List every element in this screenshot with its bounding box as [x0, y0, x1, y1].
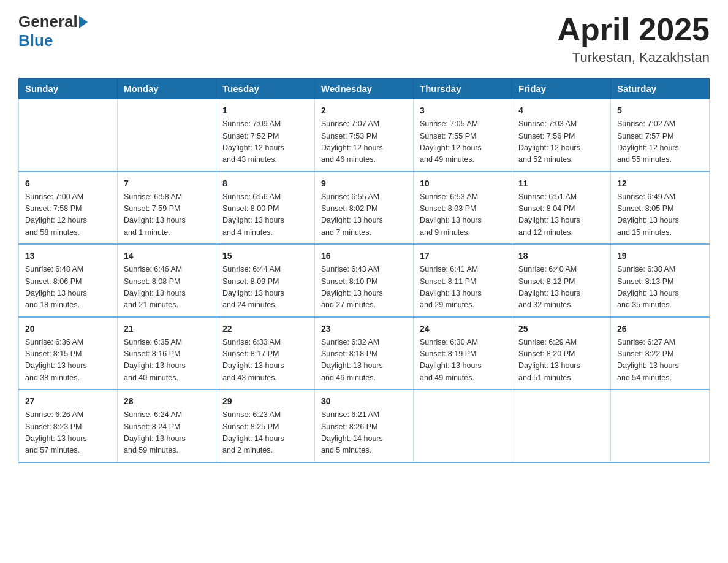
table-row [414, 389, 512, 462]
table-row [19, 99, 118, 172]
table-row: 21Sunrise: 6:35 AM Sunset: 8:16 PM Dayli… [118, 317, 216, 390]
day-info: Sunrise: 6:49 AM Sunset: 8:05 PM Dayligh… [617, 191, 703, 239]
table-row: 2Sunrise: 7:07 AM Sunset: 7:53 PM Daylig… [315, 99, 414, 172]
table-row: 27Sunrise: 6:26 AM Sunset: 8:23 PM Dayli… [19, 389, 118, 462]
table-row: 5Sunrise: 7:02 AM Sunset: 7:57 PM Daylig… [611, 99, 710, 172]
day-info: Sunrise: 6:27 AM Sunset: 8:22 PM Dayligh… [617, 337, 703, 385]
col-sunday: Sunday [19, 79, 118, 99]
day-number: 5 [617, 104, 703, 117]
day-number: 11 [518, 177, 604, 190]
table-row: 28Sunrise: 6:24 AM Sunset: 8:24 PM Dayli… [118, 389, 216, 462]
day-number: 16 [321, 250, 407, 262]
table-row: 14Sunrise: 6:46 AM Sunset: 8:08 PM Dayli… [118, 244, 216, 317]
table-row [118, 99, 216, 172]
table-row: 19Sunrise: 6:38 AM Sunset: 8:13 PM Dayli… [611, 244, 710, 317]
day-info: Sunrise: 6:38 AM Sunset: 8:13 PM Dayligh… [617, 264, 703, 312]
table-row: 22Sunrise: 6:33 AM Sunset: 8:17 PM Dayli… [216, 317, 315, 390]
day-info: Sunrise: 6:24 AM Sunset: 8:24 PM Dayligh… [124, 409, 210, 457]
table-row: 8Sunrise: 6:56 AM Sunset: 8:00 PM Daylig… [216, 172, 315, 245]
day-info: Sunrise: 6:30 AM Sunset: 8:19 PM Dayligh… [420, 337, 506, 385]
calendar-week-row: 27Sunrise: 6:26 AM Sunset: 8:23 PM Dayli… [19, 389, 710, 462]
table-row: 24Sunrise: 6:30 AM Sunset: 8:19 PM Dayli… [414, 317, 512, 390]
day-info: Sunrise: 6:23 AM Sunset: 8:25 PM Dayligh… [222, 409, 308, 457]
table-row: 16Sunrise: 6:43 AM Sunset: 8:10 PM Dayli… [315, 244, 414, 317]
calendar-week-row: 1Sunrise: 7:09 AM Sunset: 7:52 PM Daylig… [19, 99, 710, 172]
table-row: 1Sunrise: 7:09 AM Sunset: 7:52 PM Daylig… [216, 99, 315, 172]
day-number: 1 [222, 104, 308, 117]
table-row: 6Sunrise: 7:00 AM Sunset: 7:58 PM Daylig… [19, 172, 118, 245]
table-row: 11Sunrise: 6:51 AM Sunset: 8:04 PM Dayli… [512, 172, 611, 245]
col-tuesday: Tuesday [216, 79, 315, 99]
table-row: 15Sunrise: 6:44 AM Sunset: 8:09 PM Dayli… [216, 244, 315, 317]
table-row: 26Sunrise: 6:27 AM Sunset: 8:22 PM Dayli… [611, 317, 710, 390]
calendar-week-row: 6Sunrise: 7:00 AM Sunset: 7:58 PM Daylig… [19, 172, 710, 245]
day-info: Sunrise: 6:40 AM Sunset: 8:12 PM Dayligh… [518, 264, 604, 312]
day-info: Sunrise: 6:58 AM Sunset: 7:59 PM Dayligh… [124, 191, 210, 239]
table-row [611, 389, 710, 462]
table-row: 30Sunrise: 6:21 AM Sunset: 8:26 PM Dayli… [315, 389, 414, 462]
table-row: 17Sunrise: 6:41 AM Sunset: 8:11 PM Dayli… [414, 244, 512, 317]
page-header: General Blue April 2025 Turkestan, Kazak… [18, 12, 710, 66]
table-row [512, 389, 611, 462]
day-info: Sunrise: 6:43 AM Sunset: 8:10 PM Dayligh… [321, 264, 407, 312]
table-row: 9Sunrise: 6:55 AM Sunset: 8:02 PM Daylig… [315, 172, 414, 245]
day-info: Sunrise: 6:35 AM Sunset: 8:16 PM Dayligh… [124, 337, 210, 385]
logo-triangle-icon [79, 16, 88, 28]
day-number: 12 [617, 177, 703, 190]
logo: General Blue [18, 12, 89, 50]
day-number: 17 [420, 250, 506, 262]
day-number: 7 [124, 177, 210, 190]
day-info: Sunrise: 6:32 AM Sunset: 8:18 PM Dayligh… [321, 337, 407, 385]
day-number: 27 [25, 395, 111, 408]
day-number: 29 [222, 395, 308, 408]
day-info: Sunrise: 6:53 AM Sunset: 8:03 PM Dayligh… [420, 191, 506, 239]
day-info: Sunrise: 6:56 AM Sunset: 8:00 PM Dayligh… [222, 191, 308, 239]
day-info: Sunrise: 6:29 AM Sunset: 8:20 PM Dayligh… [518, 337, 604, 385]
day-number: 15 [222, 250, 308, 262]
day-number: 10 [420, 177, 506, 190]
day-number: 8 [222, 177, 308, 190]
table-row: 10Sunrise: 6:53 AM Sunset: 8:03 PM Dayli… [414, 172, 512, 245]
day-number: 14 [124, 250, 210, 262]
day-info: Sunrise: 7:05 AM Sunset: 7:55 PM Dayligh… [420, 118, 506, 166]
table-row: 23Sunrise: 6:32 AM Sunset: 8:18 PM Dayli… [315, 317, 414, 390]
page-title: April 2025 [557, 12, 710, 47]
day-info: Sunrise: 6:46 AM Sunset: 8:08 PM Dayligh… [124, 264, 210, 312]
day-info: Sunrise: 7:09 AM Sunset: 7:52 PM Dayligh… [222, 118, 308, 166]
title-block: April 2025 Turkestan, Kazakhstan [557, 12, 710, 66]
day-number: 22 [222, 323, 308, 335]
col-saturday: Saturday [611, 79, 710, 99]
day-number: 26 [617, 323, 703, 335]
logo-blue-text: Blue [18, 31, 53, 50]
table-row: 7Sunrise: 6:58 AM Sunset: 7:59 PM Daylig… [118, 172, 216, 245]
col-friday: Friday [512, 79, 611, 99]
day-number: 19 [617, 250, 703, 262]
table-row: 25Sunrise: 6:29 AM Sunset: 8:20 PM Dayli… [512, 317, 611, 390]
day-info: Sunrise: 7:00 AM Sunset: 7:58 PM Dayligh… [25, 191, 111, 239]
day-number: 13 [25, 250, 111, 262]
day-number: 21 [124, 323, 210, 335]
page-subtitle: Turkestan, Kazakhstan [557, 50, 710, 66]
logo-general-text: General [18, 12, 78, 31]
day-info: Sunrise: 6:36 AM Sunset: 8:15 PM Dayligh… [25, 337, 111, 385]
day-info: Sunrise: 7:02 AM Sunset: 7:57 PM Dayligh… [617, 118, 703, 166]
day-number: 24 [420, 323, 506, 335]
table-row: 29Sunrise: 6:23 AM Sunset: 8:25 PM Dayli… [216, 389, 315, 462]
table-row: 18Sunrise: 6:40 AM Sunset: 8:12 PM Dayli… [512, 244, 611, 317]
day-info: Sunrise: 7:03 AM Sunset: 7:56 PM Dayligh… [518, 118, 604, 166]
day-number: 20 [25, 323, 111, 335]
day-number: 2 [321, 104, 407, 117]
col-wednesday: Wednesday [315, 79, 414, 99]
table-row: 20Sunrise: 6:36 AM Sunset: 8:15 PM Dayli… [19, 317, 118, 390]
day-info: Sunrise: 6:21 AM Sunset: 8:26 PM Dayligh… [321, 409, 407, 457]
col-monday: Monday [118, 79, 216, 99]
day-number: 30 [321, 395, 407, 408]
calendar-table: Sunday Monday Tuesday Wednesday Thursday… [18, 78, 710, 463]
day-info: Sunrise: 6:33 AM Sunset: 8:17 PM Dayligh… [222, 337, 308, 385]
day-number: 18 [518, 250, 604, 262]
table-row: 13Sunrise: 6:48 AM Sunset: 8:06 PM Dayli… [19, 244, 118, 317]
day-info: Sunrise: 6:48 AM Sunset: 8:06 PM Dayligh… [25, 264, 111, 312]
calendar-week-row: 13Sunrise: 6:48 AM Sunset: 8:06 PM Dayli… [19, 244, 710, 317]
day-number: 23 [321, 323, 407, 335]
table-row: 4Sunrise: 7:03 AM Sunset: 7:56 PM Daylig… [512, 99, 611, 172]
